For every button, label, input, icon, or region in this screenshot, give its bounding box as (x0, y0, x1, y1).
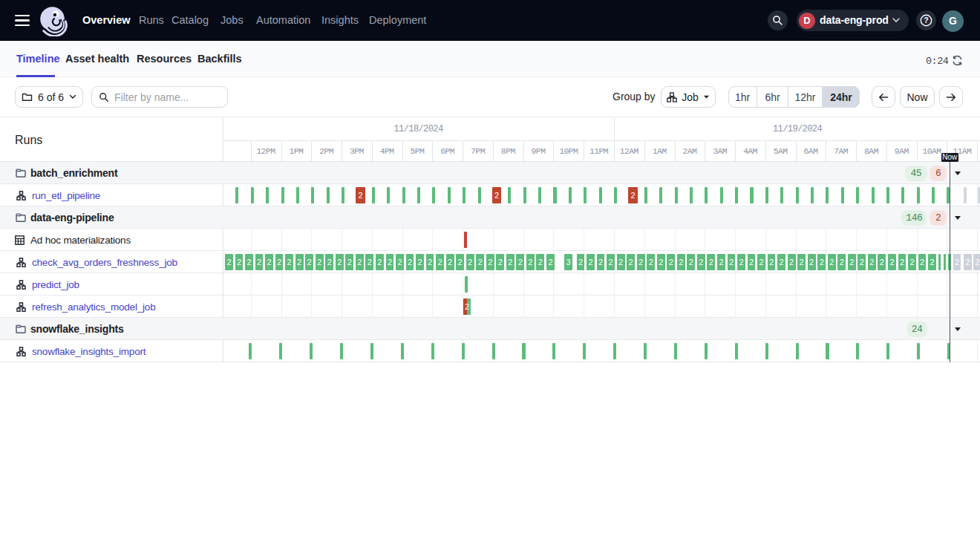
svg-text:?: ? (924, 16, 928, 25)
